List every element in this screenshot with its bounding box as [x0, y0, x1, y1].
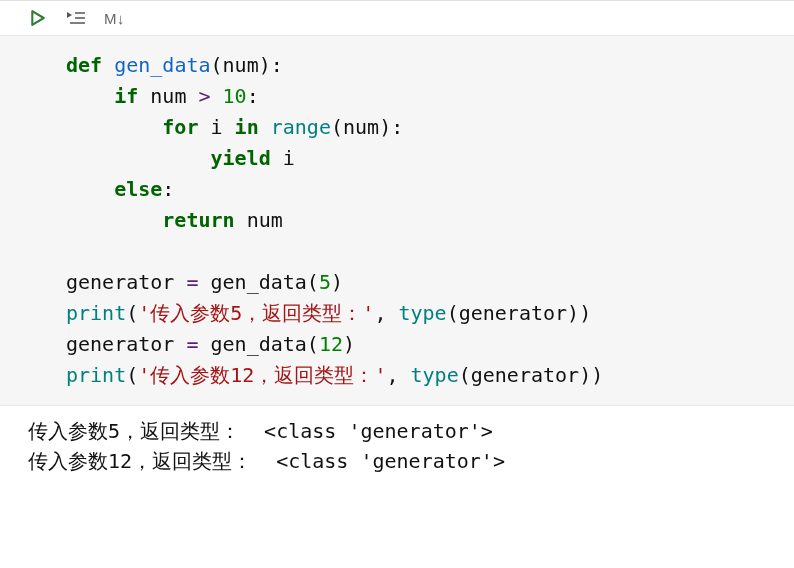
cell-type-label[interactable]: M↓ — [104, 10, 125, 27]
string-literal: '传入参数12，返回类型：' — [138, 363, 386, 387]
kw-else: else — [114, 177, 162, 201]
kw-return: return — [162, 208, 234, 232]
builtin-print: print — [66, 363, 126, 387]
kw-yield: yield — [211, 146, 271, 170]
builtin-range: range — [271, 115, 331, 139]
notebook-cell: M↓ def gen_data(num): if num > 10: for i… — [0, 0, 794, 476]
run-cell-icon[interactable] — [28, 8, 48, 28]
builtin-type: type — [411, 363, 459, 387]
builtin-print: print — [66, 301, 126, 325]
kw-def: def — [66, 53, 102, 77]
kw-if: if — [114, 84, 138, 108]
output-line: 传入参数5，返回类型： <class 'generator'> — [28, 419, 493, 443]
cell-toolbar: M↓ — [0, 1, 794, 35]
run-by-line-icon[interactable] — [66, 8, 86, 28]
string-literal: '传入参数5，返回类型：' — [138, 301, 374, 325]
builtin-type: type — [398, 301, 446, 325]
kw-for: for — [162, 115, 198, 139]
code-editor[interactable]: def gen_data(num): if num > 10: for i in… — [0, 35, 794, 406]
cell-output: 传入参数5，返回类型： <class 'generator'> 传入参数12，返… — [0, 406, 794, 476]
code-content[interactable]: def gen_data(num): if num > 10: for i in… — [0, 50, 794, 391]
fn-name: gen_data — [114, 53, 210, 77]
output-line: 传入参数12，返回类型： <class 'generator'> — [28, 449, 505, 473]
